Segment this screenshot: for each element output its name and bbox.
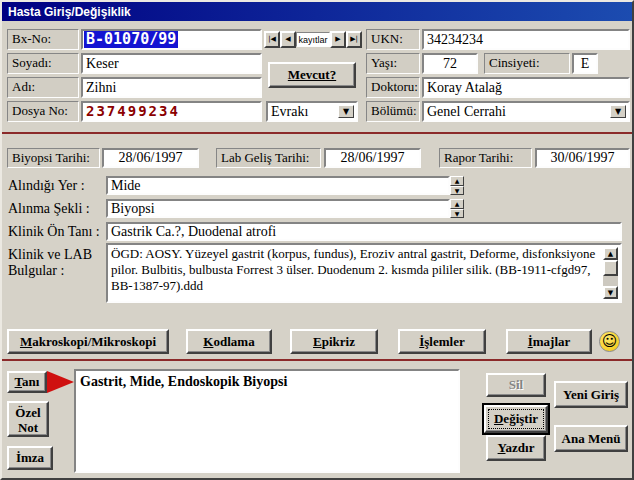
alinma-sekli-label: Alınma Şekli : — [8, 201, 104, 217]
makroskopi-mikroskopi-button[interactable]: Makroskopi/Mikroskopi — [7, 329, 169, 354]
klinik-on-tani-field[interactable]: Gastrik Ca.?, Duodenal atrofi — [106, 222, 622, 241]
chevron-down-icon[interactable]: ▼ — [338, 105, 354, 118]
islemler-button[interactable]: İşlemler — [398, 329, 486, 354]
spin-down-icon[interactable]: ▼ — [450, 209, 464, 219]
rapor-tarihi-field[interactable]: 30/06/1997 — [535, 148, 630, 168]
ozel-not-button[interactable]: Özel Not — [7, 401, 49, 437]
doktoru-field[interactable]: Koray Atalağ — [422, 77, 630, 98]
dosya-no-value: 237499234 — [86, 103, 180, 119]
yasi-label: Yaşı: — [366, 53, 420, 74]
klinik-on-tani-label: Klinik Ön Tanı : — [8, 224, 106, 240]
bolumu-value: Genel Cerrahi — [427, 104, 506, 119]
bulgular-scrollbar[interactable]: ▲ ▼ — [603, 247, 618, 299]
bolumu-combobox[interactable]: Genel Cerrahi ▼ — [422, 101, 630, 122]
adi-label: Adı: — [7, 77, 79, 98]
soyadi-field[interactable]: Keser — [81, 53, 262, 74]
bxno-field[interactable]: B-01070/99 — [81, 29, 262, 50]
epikriz-button[interactable]: Epikriz — [290, 329, 378, 354]
spin-up-icon[interactable]: ▲ — [450, 176, 464, 186]
tani-text: Gastrit, Mide, Endoskopik Biyopsi — [80, 373, 454, 390]
tani-button[interactable]: Tanı — [7, 371, 47, 393]
smiley-icon[interactable]: ☺ — [599, 331, 620, 352]
alinma-sekli-spinner[interactable]: ▲ ▼ — [450, 199, 464, 218]
bulgular-label: Klinik ve LAB Bulgular : — [8, 247, 102, 279]
biyopsi-tarihi-field[interactable]: 28/06/1997 — [102, 148, 199, 168]
bolumu-label: Bölümü: — [366, 101, 420, 122]
yeni-giris-button[interactable]: Yeni Giriş — [554, 381, 628, 408]
cinsiyeti-field[interactable]: E — [572, 53, 598, 74]
imajlar-button[interactable]: İmajlar — [506, 329, 592, 354]
scroll-up-icon[interactable]: ▲ — [603, 247, 618, 260]
degistir-button[interactable]: Değiştir — [484, 405, 548, 433]
red-arrow-icon — [47, 371, 74, 393]
yazdir-button[interactable]: Yazdır — [486, 435, 546, 461]
imza-button[interactable]: İmza — [7, 446, 53, 470]
bxno-label: Bx-No: — [7, 29, 79, 50]
yasi-field[interactable]: 72 — [422, 53, 478, 74]
sil-button: Sil — [486, 373, 546, 397]
adi-field[interactable]: Zihni — [81, 77, 262, 98]
doktoru-label: Doktoru: — [366, 77, 420, 98]
alinma-sekli-field[interactable]: Biyopsi — [106, 199, 450, 218]
nav-next-button[interactable]: ▶ — [330, 31, 346, 48]
records-box: kayıtlar — [296, 32, 330, 47]
soyadi-label: Soyadı: — [7, 53, 79, 74]
mevcut-button[interactable]: Mevcut? — [268, 62, 356, 88]
alindigi-yer-spinner[interactable]: ▲ ▼ — [450, 176, 464, 195]
scrollbar-thumb[interactable] — [603, 260, 618, 276]
evraki-value: Evrakı — [271, 104, 308, 119]
rapor-tarihi-label: Rapor Tarihi: — [439, 148, 532, 168]
evraki-combobox[interactable]: Evrakı ▼ — [266, 101, 358, 122]
lab-gelis-tarihi-field[interactable]: 28/06/1997 — [324, 148, 421, 168]
separator-line-top — [2, 132, 634, 134]
kodlama-button[interactable]: Kodlama — [186, 329, 272, 354]
dosya-no-label: Dosya No: — [7, 101, 79, 122]
spin-down-icon[interactable]: ▼ — [450, 186, 464, 196]
dosya-no-field[interactable]: 237499234 — [81, 101, 262, 122]
alindigi-yer-label: Alındığı Yer : — [8, 178, 104, 194]
spin-up-icon[interactable]: ▲ — [450, 199, 464, 209]
bxno-value: B-01070/99 — [84, 31, 178, 48]
patient-entry-window: Hasta Giriş/Değişiklik Bx-No: B-01070/99… — [0, 0, 634, 480]
ana-menu-button[interactable]: Ana Menü — [554, 425, 628, 452]
ukn-label: UKN: — [366, 29, 420, 50]
separator-line-bottom — [2, 359, 634, 361]
alindigi-yer-field[interactable]: Mide — [106, 176, 450, 195]
scroll-down-icon[interactable]: ▼ — [603, 286, 618, 299]
nav-prev-button[interactable]: ◀ — [280, 31, 296, 48]
window-title: Hasta Giriş/Değişiklik — [8, 5, 131, 19]
cinsiyeti-label: Cinsiyeti: — [484, 53, 570, 74]
ukn-field[interactable]: 34234234 — [422, 29, 630, 50]
titlebar: Hasta Giriş/Değişiklik — [2, 2, 632, 21]
nav-first-button[interactable]: |◀ — [264, 31, 280, 48]
nav-last-button[interactable]: ▶| — [346, 31, 362, 48]
bulgular-field[interactable]: ÖGD: AOSY. Yüzeyel gastrit (korpus, fund… — [106, 243, 622, 303]
lab-gelis-tarihi-label: Lab Geliş Tarihi: — [216, 148, 321, 168]
chevron-down-icon[interactable]: ▼ — [610, 105, 626, 118]
biyopsi-tarihi-label: Biyopsi Tarihi: — [7, 148, 100, 168]
bulgular-text: ÖGD: AOSY. Yüzeyel gastrit (korpus, fund… — [111, 246, 595, 293]
tani-textarea[interactable]: Gastrit, Mide, Endoskopik Biyopsi — [74, 369, 460, 473]
